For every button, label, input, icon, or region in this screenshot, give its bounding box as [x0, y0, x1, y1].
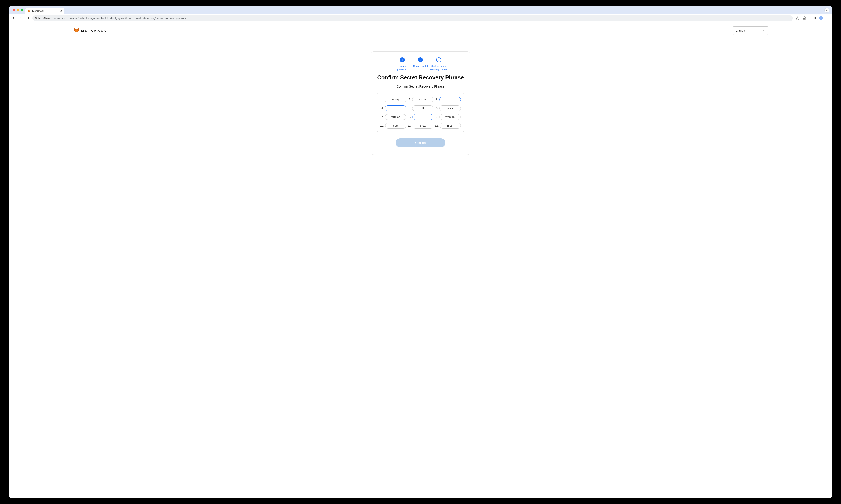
browser-toolbar: MetaMask chrome-extension://nkbihfbeogae…	[9, 14, 307, 22]
url-text: chrome-extension://nkbihfbeogaeaoehlefnk…	[53, 15, 307, 21]
window-controls	[13, 9, 23, 11]
page-header: METAMASK English	[9, 22, 307, 35]
page-content: METAMASK English 1 Create password 2 Sec…	[9, 22, 307, 184]
close-window-button[interactable]	[13, 9, 15, 11]
brand: METAMASK	[74, 28, 107, 34]
minimize-window-button[interactable]	[17, 9, 19, 11]
address-bar[interactable]: MetaMask chrome-extension://nkbihfbeogae…	[32, 15, 307, 21]
new-tab-button[interactable]	[66, 8, 72, 14]
extension-chip[interactable]: MetaMask	[32, 15, 53, 21]
reload-button[interactable]	[25, 16, 30, 20]
extension-icon	[35, 17, 37, 19]
maximize-window-button[interactable]	[21, 9, 23, 11]
fox-icon	[74, 28, 79, 34]
browser-tab[interactable]: MetaMask	[25, 8, 64, 14]
browser-window: MetaMask MetaMask chrome-extension://n	[9, 6, 307, 184]
brand-name: METAMASK	[81, 29, 107, 33]
extension-chip-label: MetaMask	[38, 17, 50, 19]
back-button[interactable]	[12, 16, 16, 20]
tab-strip: MetaMask	[9, 6, 307, 14]
close-tab-button[interactable]	[59, 10, 62, 13]
forward-button[interactable]	[18, 16, 23, 20]
fox-icon	[28, 10, 31, 13]
tab-title: MetaMask	[32, 10, 57, 13]
